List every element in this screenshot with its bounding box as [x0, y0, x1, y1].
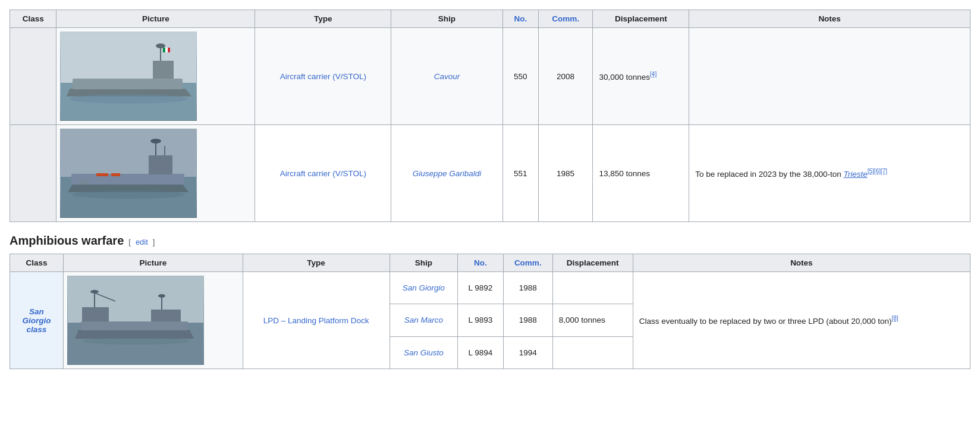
svg-point-36 [158, 294, 165, 298]
class-cell [10, 28, 56, 125]
ship-name-cell[interactable]: San Giorgio [390, 272, 458, 304]
col-notes: Notes [689, 10, 970, 28]
class-cell: San Giorgio class [10, 272, 64, 369]
edit-link[interactable]: edit [136, 238, 148, 246]
picture-cell [56, 125, 255, 222]
svg-marker-28 [75, 330, 194, 339]
col-ship: Ship [391, 10, 503, 28]
col-picture: Picture [64, 254, 243, 272]
section-title: Amphibious warfare [10, 234, 124, 248]
notes-sup[interactable]: [5][6][7] [868, 168, 887, 174]
col-displacement: Displacement [552, 254, 633, 272]
notes-cell [689, 28, 970, 125]
amphibious-table: Class Picture Type Ship No. Comm. Displa… [10, 254, 970, 369]
svg-point-20 [150, 139, 161, 143]
type-link[interactable]: LPD – Landing Platform Dock [263, 316, 369, 325]
col-class: Class [10, 10, 56, 28]
ship-image-sangiorgio [67, 276, 204, 365]
notes-text: Class eventually to be replaced by two o… [639, 317, 892, 326]
section-header-amphibious: Amphibious warfare [ edit ] [10, 234, 970, 248]
col-type: Type [243, 254, 390, 272]
notes-sup[interactable]: [8] [892, 315, 899, 321]
ship-name-cell[interactable]: San Marco [390, 304, 458, 336]
ship-link[interactable]: Cavour [434, 72, 460, 81]
col-picture: Picture [56, 10, 255, 28]
no-cell: L 9893 [458, 304, 504, 336]
displacement-cell: 30,000 tonnes[4] [593, 28, 689, 125]
displacement-cell [552, 272, 633, 304]
svg-rect-10 [165, 48, 168, 52]
ship-svg-cavour [61, 32, 196, 120]
edit-bracket-close: ] [153, 238, 155, 246]
displacement-cell: 13,850 tonnes [593, 125, 689, 222]
col-type: Type [255, 10, 391, 28]
svg-point-34 [90, 290, 99, 293]
picture-cell [56, 28, 255, 125]
table-row: Aircraft carrier (V/STOL) Cavour 550 200… [10, 28, 970, 125]
svg-rect-22 [96, 173, 108, 176]
notes-text: To be replaced in 2023 by the 38,000-ton [695, 170, 843, 179]
table-row: Aircraft carrier (V/STOL) Giuseppe Garib… [10, 125, 970, 222]
comm-cell: 1994 [503, 336, 552, 368]
col-notes: Notes [633, 254, 970, 272]
col-displacement: Displacement [593, 10, 689, 28]
svg-rect-30 [82, 307, 109, 321]
comm-cell: 2008 [538, 28, 593, 125]
class-cell [10, 125, 56, 222]
type-cell[interactable]: Aircraft carrier (V/STOL) [255, 125, 391, 222]
comm-cell: 1988 [503, 272, 552, 304]
notes-link[interactable]: Trieste [843, 170, 867, 179]
svg-rect-29 [81, 321, 188, 330]
notes-cell: Class eventually to be replaced by two o… [633, 272, 970, 369]
svg-rect-13 [61, 129, 196, 177]
displacement-cell: 8,000 tonnes [552, 304, 633, 336]
col-no: No. [458, 254, 504, 272]
displacement-cell [552, 336, 633, 368]
type-cell[interactable]: Aircraft carrier (V/STOL) [255, 28, 391, 125]
type-link[interactable]: Aircraft carrier (V/STOL) [280, 72, 366, 81]
no-cell: L 9892 [458, 272, 504, 304]
ship-name-cell[interactable]: San Giusto [390, 336, 458, 368]
ship-svg-garibaldi [61, 129, 196, 217]
no-cell: 551 [502, 125, 538, 222]
col-class: Class [10, 254, 64, 272]
type-link[interactable]: Aircraft carrier (V/STOL) [280, 169, 366, 178]
table-row: San Giorgio class [10, 272, 970, 304]
carriers-table: Class Picture Type Ship No. Comm. Displa… [10, 10, 970, 222]
class-link[interactable]: San Giorgio class [23, 307, 51, 334]
ship-link-sanmarco[interactable]: San Marco [404, 316, 443, 324]
ship-link[interactable]: Giuseppe Garibaldi [413, 169, 482, 178]
svg-rect-31 [151, 310, 181, 321]
svg-rect-23 [111, 173, 120, 176]
svg-point-24 [72, 190, 185, 199]
ship-name-cell[interactable]: Cavour [391, 28, 503, 125]
svg-rect-5 [153, 61, 174, 79]
svg-rect-1 [61, 32, 196, 83]
comm-cell: 1985 [538, 125, 593, 222]
ship-svg-sangiorgio [68, 276, 203, 364]
notes-cell: To be replaced in 2023 by the 38,000-ton… [689, 125, 970, 222]
ship-link-sangiusto[interactable]: San Giusto [404, 348, 444, 357]
ship-image-cavour [60, 32, 197, 121]
svg-point-8 [69, 94, 188, 104]
edit-bracket-open: [ [128, 238, 131, 246]
displacement-sup[interactable]: [4] [650, 71, 657, 77]
col-ship: Ship [390, 254, 458, 272]
svg-rect-21 [78, 179, 89, 184]
ship-image-garibaldi [60, 129, 197, 218]
col-comm: Comm. [503, 254, 552, 272]
ship-name-cell[interactable]: Giuseppe Garibaldi [391, 125, 503, 222]
svg-rect-11 [168, 48, 170, 52]
comm-cell: 1988 [503, 304, 552, 336]
svg-rect-17 [149, 155, 172, 174]
picture-cell [64, 272, 243, 369]
col-no: No. [502, 10, 538, 28]
svg-point-37 [82, 338, 189, 345]
col-comm: Comm. [538, 10, 593, 28]
no-cell: 550 [502, 28, 538, 125]
no-cell: L 9894 [458, 336, 504, 368]
svg-rect-4 [73, 79, 183, 89]
ship-link-sangiorgio[interactable]: San Giorgio [403, 283, 445, 292]
svg-point-7 [156, 43, 165, 48]
type-cell[interactable]: LPD – Landing Platform Dock [243, 272, 390, 369]
